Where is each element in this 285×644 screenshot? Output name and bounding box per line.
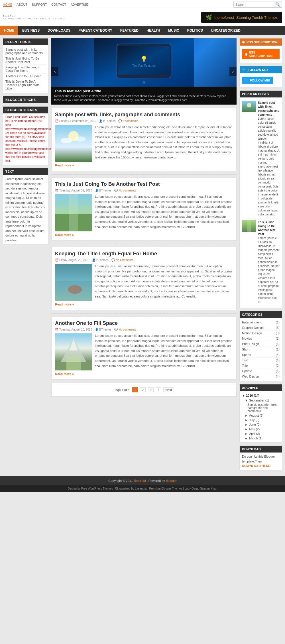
cat-graphic-design-count: (3) xyxy=(276,326,280,329)
cat-motion-design-link[interactable]: Motion Design xyxy=(242,331,262,335)
topnav-advertise[interactable]: ADVERTISE xyxy=(71,3,88,6)
archive-may-link[interactable]: May (2) xyxy=(249,427,260,431)
page-2[interactable]: 2 xyxy=(140,387,146,392)
post-2-read-more[interactable]: Read more » xyxy=(55,233,74,237)
post-3-thumb xyxy=(55,264,92,301)
archive-sep-post-link[interactable]: Sample post with, links, paragraphs and … xyxy=(248,403,278,413)
clock-icon-1 xyxy=(55,119,58,123)
blogger-tricks-box: BLOGGER TRICKS xyxy=(3,96,48,103)
popular-post-2-link[interactable]: This is Just Going To Be Another Test Po… xyxy=(258,221,275,236)
popular-post-1-link[interactable]: Sample post with, links, paragraphs and … xyxy=(258,101,279,116)
cat-movies: Movies(1) xyxy=(242,336,280,341)
cat-movies-count: (1) xyxy=(276,337,280,340)
nav-downloads[interactable]: DOWNLOADS xyxy=(44,26,74,35)
post-4-meta: Tuesday, August 10, 2010 BThemes No comm… xyxy=(55,328,233,331)
cat-title-link[interactable]: Title xyxy=(242,364,248,367)
topnav-contact[interactable]: CONTACT xyxy=(51,3,66,6)
post-2-title: This is Just Going To Be Another Test Po… xyxy=(55,181,233,187)
post-divider-2 xyxy=(51,244,237,244)
archive-aug-link[interactable]: August (3) xyxy=(249,414,264,417)
page-1[interactable]: 1 xyxy=(132,387,138,392)
post-2-title-link[interactable]: This is Just Going To Be Another Test Po… xyxy=(55,181,160,187)
recent-post-3[interactable]: Keeping The Title Length Equal For Home xyxy=(5,65,46,74)
slider-caption: This is featured post 4 title Replace th… xyxy=(51,87,237,105)
post-3-read-more[interactable]: Read more » xyxy=(55,303,74,306)
post-3: Keeping The Title Length Equal For Home … xyxy=(51,247,237,310)
archive-month-aug: ► August (3) xyxy=(242,413,280,418)
main-nav: HOME BUSINESS DOWNLOADS PARENT CATEGORY … xyxy=(0,26,285,35)
post-4-title-link[interactable]: Another One to Fill Space xyxy=(55,320,118,326)
page-next[interactable]: Next xyxy=(163,387,174,392)
post-3-comments-link[interactable]: No comments xyxy=(116,258,133,262)
archive-jul-link[interactable]: July (3) xyxy=(249,418,259,422)
cat-sports-link[interactable]: Sports xyxy=(242,353,251,356)
nav-health[interactable]: HEALTH xyxy=(142,26,164,35)
footer-techpad-link[interactable]: TechPad xyxy=(134,479,146,482)
post-4-read-more[interactable]: Read more » xyxy=(55,372,74,376)
popular-post-2-text: This is Just Going To Be Another Test Po… xyxy=(258,220,280,304)
post-3-title-link[interactable]: Keeping The Title Length Equal For Home xyxy=(55,251,157,256)
archive-apr-link[interactable]: April (2) xyxy=(249,432,260,435)
follow-button[interactable]: 🐦 FOLLOW ME! xyxy=(242,77,273,84)
post-4-body: Lorem ipsum eu usu assum liberavisse, ut… xyxy=(55,333,233,370)
archive-jun-link[interactable]: June (2) xyxy=(249,423,260,426)
text-paragraph: Lorem ipsum dolor sit amet, consectetur … xyxy=(5,177,46,242)
post-1-title-link[interactable]: Sample post with, links, paragraphs and … xyxy=(55,112,180,117)
cat-graphic-design-link[interactable]: Graphic Design xyxy=(242,326,264,329)
recent-post-2[interactable]: This is Just Going To Be Another Test Po… xyxy=(5,56,46,65)
blogger-themes-title: BLOGGER THEMES xyxy=(3,107,48,113)
page-3[interactable]: 3 xyxy=(148,387,154,392)
cat-movies-link[interactable]: Movies xyxy=(242,337,252,340)
slider-next-button[interactable]: › xyxy=(229,67,237,76)
archive-sep-link[interactable]: September (1) xyxy=(249,399,269,402)
topnav-about[interactable]: ABOUT xyxy=(17,3,27,6)
search-button[interactable]: 🔍 xyxy=(274,1,282,7)
rss-content: ◕ RSS SUBSCRIPTION! xyxy=(240,46,282,63)
cat-short-link[interactable]: Short xyxy=(242,348,249,351)
search-box: 🔍 xyxy=(233,1,282,8)
header-banner[interactable]: 🌿 themeforest Stunning Tumblr Themes xyxy=(201,12,282,23)
footer-blogger-link[interactable]: Blogger xyxy=(166,479,177,482)
svg-point-10 xyxy=(76,136,86,142)
post-4-author: BThemes xyxy=(95,328,111,331)
search-input[interactable] xyxy=(234,2,274,7)
page-4[interactable]: 4 xyxy=(156,387,161,392)
nav-business[interactable]: BUSINESS xyxy=(18,26,44,35)
nav-parent-category[interactable]: PARENT CATEGORY xyxy=(74,26,116,35)
download-link[interactable]: DOWNLOAD HERE. xyxy=(242,464,271,468)
archive-month-jul: ► July (3) xyxy=(242,418,280,422)
post-1-author: BThemes xyxy=(99,119,115,123)
recent-post-4[interactable]: Another One to Fill Space xyxy=(5,74,46,79)
archive-mar-link[interactable]: March (1) xyxy=(249,437,262,440)
post-1-read-more[interactable]: Read more » xyxy=(55,164,74,167)
topnav-support[interactable]: SUPPORT xyxy=(32,3,47,6)
post-2-comments-link[interactable]: No comments xyxy=(119,189,136,192)
recent-post-5[interactable]: This Is Going To Be A Decent Length Titl… xyxy=(5,79,46,91)
cat-print-design-link[interactable]: Print Design xyxy=(242,342,259,346)
post-1-comments-link[interactable]: 5 comments xyxy=(123,119,138,123)
archive-month-may: ► May (2) xyxy=(242,427,280,431)
topnav-home[interactable]: HOME xyxy=(3,3,12,7)
nav-politics[interactable]: POLITICS xyxy=(183,26,207,35)
post-2-body: Lorem ipsum eu usu assum liberavisse, ut… xyxy=(55,194,233,231)
post-4-comments-link[interactable]: No comments xyxy=(119,328,136,331)
rss-button[interactable]: ◕ RSS SUBSCRIPTION! xyxy=(242,49,280,59)
comment-icon-4 xyxy=(114,328,118,331)
archive-month-mar: ► March (1) xyxy=(242,436,280,441)
nav-home[interactable]: HOME xyxy=(0,26,18,35)
slider-prev-button[interactable]: ‹ xyxy=(51,67,58,76)
nav-featured[interactable]: FEATURED xyxy=(116,26,142,35)
post-3-title: Keeping The Title Length Equal For Home xyxy=(55,251,233,257)
post-2-thumb xyxy=(55,194,92,231)
cat-web-design-link[interactable]: Web Design xyxy=(242,375,259,378)
cat-print-design: Print Design(1) xyxy=(242,341,280,347)
recent-post-1[interactable]: Sample post with, links, paragraphs and … xyxy=(5,47,46,56)
archive-year-2010[interactable]: ▼ 2010 (14) xyxy=(242,393,280,398)
post-3-meta: Friday, August 20, 2010 BThemes No comme… xyxy=(55,258,233,262)
nav-uncategorized[interactable]: UNCATEGORIZED xyxy=(207,26,245,35)
cat-entertainment-link[interactable]: Entertainment xyxy=(242,321,261,324)
cat-test-link[interactable]: Test xyxy=(242,358,248,362)
cat-update-link[interactable]: Update xyxy=(242,369,252,373)
nav-music[interactable]: MUSIC xyxy=(164,26,183,35)
post-3-comments: No comments xyxy=(111,258,133,262)
